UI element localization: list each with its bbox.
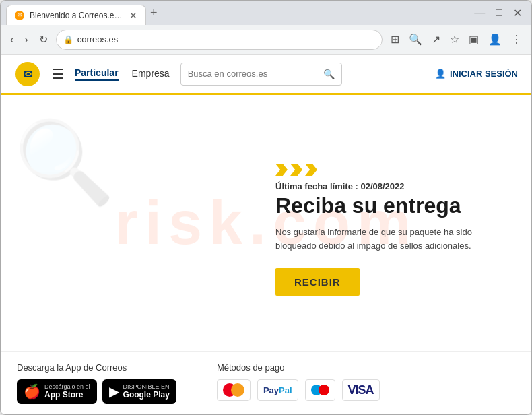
address-bar: ‹ › ↻ 🔒 correos.es ⊞ 🔍 ↗ ☆ ▣ 👤 ⋮ <box>1 25 531 55</box>
app-store-name: App Store <box>44 390 90 400</box>
title-bar: ✉ Bienvenido a Correos.es - El Port... ✕… <box>1 1 531 25</box>
search-input[interactable] <box>188 69 319 79</box>
warning-chevron-2 <box>290 164 302 176</box>
payment-section-title: Métodos de pago <box>217 362 380 373</box>
bookmark-icon[interactable]: ☆ <box>447 32 462 47</box>
visa-logo: VISA <box>348 383 374 397</box>
active-tab[interactable]: ✉ Bienvenido a Correos.es - El Port... ✕ <box>6 5 146 25</box>
store-badges: 🍎 Descárgalo en el App Store ▶ DISPONIBL… <box>17 379 176 404</box>
mc-yellow-circle <box>231 383 244 397</box>
forward-button[interactable]: › <box>22 31 30 49</box>
zoom-icon[interactable]: 🔍 <box>406 32 425 47</box>
payment-section: Métodos de pago PayPal <box>217 362 380 404</box>
tab-favicon: ✉ <box>15 11 24 20</box>
date-label: Última fecha límite : 02/08/2022 <box>275 181 491 191</box>
correos-logo: ✉ <box>14 61 41 88</box>
main-section: 🔍 risk.com Última fecha límite : 02/08/2… <box>1 95 531 351</box>
back-button[interactable]: ‹ <box>7 31 16 49</box>
app-section-title: Descarga la App de Correos <box>17 362 176 373</box>
close-button[interactable]: ✕ <box>509 5 526 21</box>
app-store-sub: Descárgalo en el <box>44 383 90 390</box>
payment-methods: PayPal VISA <box>217 379 380 401</box>
nav-particular[interactable]: Particular <box>75 67 119 81</box>
page-content: ✉ ☰ Particular Empresa 🔍 👤 INICIAR SESIÓ… <box>1 55 531 414</box>
maestro-badge <box>305 379 335 401</box>
browser-window: ✉ Bienvenido a Correos.es - El Port... ✕… <box>0 0 532 415</box>
footer: Descarga la App de Correos 🍎 Descárgalo … <box>1 351 531 414</box>
login-label: INICIAR SESIÓN <box>450 69 518 79</box>
nav-empresa[interactable]: Empresa <box>132 68 170 80</box>
content-card: Última fecha límite : 02/08/2022 Reciba … <box>275 164 491 296</box>
date-value: 02/08/2022 <box>360 181 404 191</box>
correos-navbar: ✉ ☰ Particular Empresa 🔍 👤 INICIAR SESIÓ… <box>1 55 531 95</box>
tab-title: Bienvenido a Correos.es - El Port... <box>30 11 124 20</box>
paypal-logo: PayPal <box>263 385 292 395</box>
translate-icon[interactable]: ⊞ <box>388 32 402 47</box>
url-text: correos.es <box>77 34 119 44</box>
login-button[interactable]: 👤 INICIAR SESIÓN <box>435 69 518 79</box>
google-play-name: Google Play <box>123 390 170 400</box>
google-play-badge[interactable]: ▶ DISPONIBLE EN Google Play <box>102 379 176 404</box>
hamburger-menu[interactable]: ☰ <box>52 66 64 82</box>
tab-close-button[interactable]: ✕ <box>129 11 137 20</box>
url-bar[interactable]: 🔒 correos.es <box>56 30 383 50</box>
mastercard-logo <box>223 383 244 397</box>
user-icon: 👤 <box>435 69 446 79</box>
share-icon[interactable]: ↗ <box>429 32 443 47</box>
minimize-button[interactable]: — <box>470 5 489 20</box>
toolbar-icons: ⊞ 🔍 ↗ ☆ ▣ 👤 ⋮ <box>388 32 525 47</box>
tab-icon[interactable]: ▣ <box>466 32 481 47</box>
google-play-sub: DISPONIBLE EN <box>123 383 170 390</box>
magnifier-watermark: 🔍 <box>14 115 115 210</box>
svg-text:✉: ✉ <box>24 69 33 80</box>
app-store-badge[interactable]: 🍎 Descárgalo en el App Store <box>17 379 97 404</box>
maximize-button[interactable]: □ <box>492 5 506 20</box>
warning-chevron-1 <box>275 164 288 176</box>
visa-badge: VISA <box>342 379 380 401</box>
paypal-badge: PayPal <box>257 379 298 401</box>
new-tab-button[interactable]: + <box>146 6 162 20</box>
recibir-button[interactable]: RECIBIR <box>275 268 360 296</box>
apple-icon: 🍎 <box>24 383 40 400</box>
search-box[interactable]: 🔍 <box>180 63 342 86</box>
main-title: Reciba su entrega <box>275 194 491 218</box>
google-play-text: DISPONIBLE EN Google Play <box>123 383 170 400</box>
lock-icon: 🔒 <box>63 35 73 44</box>
menu-icon[interactable]: ⋮ <box>508 32 525 47</box>
play-icon: ▶ <box>109 383 119 400</box>
maestro-logo <box>311 385 329 395</box>
maestro-red-circle <box>319 385 329 395</box>
warning-chevron-3 <box>305 164 317 176</box>
app-store-text: Descárgalo en el App Store <box>44 383 90 400</box>
profile-icon[interactable]: 👤 <box>486 32 504 47</box>
mastercard-badge <box>217 379 251 401</box>
reload-button[interactable]: ↻ <box>36 30 51 49</box>
warning-icons <box>275 164 491 176</box>
window-controls: — □ ✕ <box>470 5 526 21</box>
tab-area: ✉ Bienvenido a Correos.es - El Port... ✕… <box>6 1 466 25</box>
date-label-text: Última fecha límite : <box>275 181 358 191</box>
nav-links: Particular Empresa <box>75 67 170 81</box>
app-download-section: Descarga la App de Correos 🍎 Descárgalo … <box>17 362 176 404</box>
description: Nos gustaría informarle de que su paquet… <box>275 226 491 252</box>
search-icon: 🔍 <box>323 69 335 79</box>
